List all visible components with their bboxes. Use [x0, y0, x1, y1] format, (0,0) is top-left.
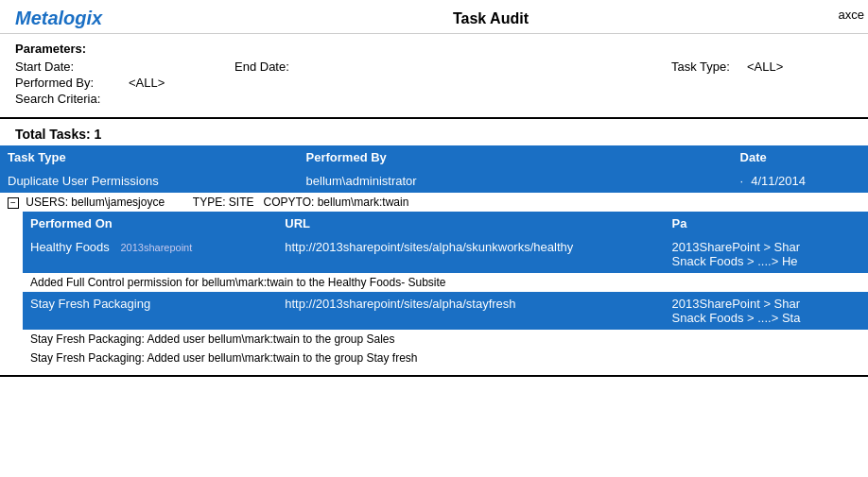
sub-col-header-path: Pa: [665, 212, 868, 235]
expand-text: USERS: bellum\jamesjoyce TYPE: SITE COPY…: [26, 196, 408, 209]
dot: ·: [740, 174, 744, 188]
sub-performed-on-cell: Healthy Foods 2013sharepoint: [23, 235, 277, 273]
sub-url-line1: http://2013sharepoint/sites/alpha/skunkw…: [285, 240, 656, 254]
col-header-task-type: Task Type: [0, 145, 299, 169]
task-type-value: <ALL>: [747, 60, 823, 74]
sub-col-header-performed-on: Performed On: [23, 212, 277, 235]
performed-by-label: Performed By:: [15, 76, 129, 90]
sub-performed-on-title: Healthy Foods: [30, 240, 110, 254]
task-type-label: Task Type:: [671, 60, 747, 74]
end-date-label: End Date:: [234, 60, 310, 74]
start-date-label: Start Date:: [15, 60, 129, 74]
search-criteria-label: Search Criteria:: [15, 92, 129, 106]
sub-url-cell: http://2013sharepoint/sites/alpha/skunkw…: [277, 235, 664, 273]
sub-desc-cell: Added Full Control permission for bellum…: [23, 273, 868, 292]
sub-path-cell: 2013SharePoint > SharSnack Foods > ....>…: [665, 235, 868, 273]
performed-by-cell: bellum\administrator: [299, 169, 733, 193]
params-row-3: Search Criteria:: [15, 92, 853, 106]
page-title: Task Audit: [129, 10, 853, 27]
sub-table-row: Stay Fresh Packaging http://2013sharepoi…: [23, 292, 868, 330]
parameters-section: Parameters: Start Date: End Date: Task T…: [0, 34, 868, 113]
expand-cell: − USERS: bellum\jamesjoyce TYPE: SITE CO…: [0, 193, 868, 212]
divider: [0, 117, 868, 119]
performed-by-value: <ALL>: [129, 76, 165, 90]
col-header-performed-by: Performed By: [299, 145, 733, 169]
expand-icon[interactable]: −: [8, 197, 19, 209]
sub-desc-row: Added Full Control permission for bellum…: [23, 273, 868, 292]
col-header-date: Date: [733, 145, 868, 169]
sub-desc-row-2a: Stay Fresh Packaging: Added user bellum\…: [23, 330, 868, 349]
sub-desc-cell-2b: Stay Fresh Packaging: Added user bellum\…: [23, 349, 868, 367]
table-row: Duplicate User Permissions bellum\admini…: [0, 169, 868, 193]
task-type-cell: Duplicate User Permissions: [0, 169, 299, 193]
top-right-text: axce: [839, 8, 868, 22]
header: Metalogix Task Audit axce: [0, 0, 868, 34]
sub-col-header-url: URL: [277, 212, 664, 235]
logo: Metalogix: [15, 8, 129, 29]
sub-table-row: Performed On URL Pa Healthy Foods 2013sh…: [0, 212, 868, 367]
sub-table-container: Performed On URL Pa Healthy Foods 2013sh…: [0, 212, 868, 367]
bottom-divider: [0, 375, 868, 377]
sub-table: Performed On URL Pa Healthy Foods 2013sh…: [23, 212, 868, 367]
table-header-row: Task Type Performed By Date: [0, 145, 868, 169]
expand-row: − USERS: bellum\jamesjoyce TYPE: SITE CO…: [0, 193, 868, 212]
sub-table-row: Healthy Foods 2013sharepoint http://2013…: [23, 235, 868, 273]
sub-path-cell-2: 2013SharePoint > SharSnack Foods > ....>…: [665, 292, 868, 330]
sub-desc-cell-2a: Stay Fresh Packaging: Added user bellum\…: [23, 330, 868, 349]
sub-performed-on-sub: 2013sharepoint: [120, 242, 192, 253]
sub-performed-on-cell-2: Stay Fresh Packaging: [23, 292, 277, 330]
sub-desc-row-2b: Stay Fresh Packaging: Added user bellum\…: [23, 349, 868, 367]
params-row-2: Performed By: <ALL>: [15, 76, 853, 90]
parameters-title: Parameters:: [15, 42, 853, 56]
date-cell: ·4/11/2014: [733, 169, 868, 193]
total-tasks: Total Tasks: 1: [0, 123, 868, 145]
params-row-1: Start Date: End Date: Task Type: <ALL>: [15, 60, 853, 74]
sub-url-cell-2: http://2013sharepoint/sites/alpha/stayfr…: [277, 292, 664, 330]
main-table: Task Type Performed By Date Duplicate Us…: [0, 145, 868, 367]
sub-table-cell: Performed On URL Pa Healthy Foods 2013sh…: [0, 212, 868, 367]
sub-table-header-row: Performed On URL Pa: [23, 212, 868, 235]
